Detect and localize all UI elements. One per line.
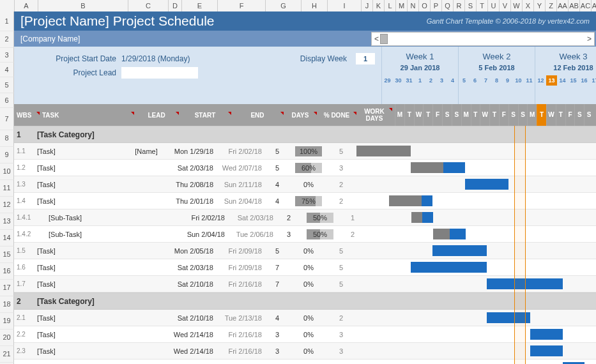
task-days[interactable]: 7 <box>263 280 291 288</box>
task-pct[interactable]: 0% <box>291 247 326 255</box>
task-name[interactable]: [Task] <box>37 314 126 322</box>
gantt-bar[interactable] <box>487 278 563 289</box>
task-days[interactable]: 5 <box>263 247 291 255</box>
task-start[interactable]: Sun 2/04/18 <box>178 231 226 238</box>
col-header[interactable]: H <box>302 0 328 11</box>
row-header[interactable]: 17 <box>0 280 14 296</box>
row-header[interactable]: 9 <box>0 147 14 163</box>
task-pct[interactable]: 0% <box>291 331 326 338</box>
task-name[interactable]: [Task] <box>37 164 126 172</box>
row-header[interactable]: 21 <box>0 346 14 363</box>
col-header[interactable]: N <box>408 0 419 11</box>
col-header[interactable]: AD <box>592 0 596 11</box>
task-row[interactable]: 2.1[Task]Sat 2/10/18Tue 2/13/1840%2 <box>14 310 596 326</box>
row-header[interactable]: 10 <box>0 163 14 180</box>
category-row[interactable]: 1[Task Category] <box>14 126 596 143</box>
scroll-left-icon[interactable]: < <box>374 34 379 43</box>
col-header[interactable]: W <box>511 0 523 11</box>
col-header[interactable]: A <box>15 0 38 11</box>
row-header[interactable]: 15 <box>0 246 14 263</box>
task-pct[interactable]: 0% <box>291 264 326 271</box>
start-date-value[interactable]: 1/29/2018 (Monday) <box>121 54 190 63</box>
col-header[interactable]: R <box>454 0 465 11</box>
task-days[interactable]: 4 <box>263 181 291 188</box>
gantt-bar[interactable] <box>411 212 433 223</box>
task-start[interactable]: Sat 2/03/18 <box>166 264 215 271</box>
task-days[interactable]: 4 <box>263 314 291 322</box>
col-header[interactable]: Y <box>534 0 546 11</box>
scroll-thumb[interactable] <box>380 34 388 44</box>
col-header[interactable]: F <box>218 0 266 11</box>
row-header[interactable]: 16 <box>0 263 14 280</box>
row-header[interactable]: 11 <box>0 180 14 197</box>
row-header[interactable]: 13 <box>0 213 14 230</box>
col-header[interactable]: U <box>488 0 500 11</box>
row-header[interactable]: 1 <box>0 11 14 31</box>
col-header[interactable]: X <box>523 0 534 11</box>
task-days[interactable]: 5 <box>263 164 291 172</box>
row-header[interactable]: 5 <box>0 77 14 93</box>
col-header[interactable]: K <box>373 0 385 11</box>
project-lead-input[interactable] <box>121 67 198 79</box>
task-row[interactable]: 1.5[Task]Mon 2/05/18Fri 2/09/1850%5 <box>14 243 596 259</box>
task-start[interactable]: Thu 2/01/18 <box>166 197 215 205</box>
row-header[interactable]: 18 <box>0 296 14 313</box>
task-row[interactable]: 1.6[Task]Sat 2/03/18Fri 2/09/1870%5 <box>14 259 596 276</box>
task-start[interactable]: Thu 2/08/18 <box>166 181 215 188</box>
task-pct[interactable]: 0% <box>291 347 326 355</box>
task-row[interactable]: 1.4[Task]Thu 2/01/18Sun 2/04/18475%2 <box>14 193 596 209</box>
col-header[interactable]: T <box>477 0 488 11</box>
task-name[interactable]: [Task] <box>37 280 126 288</box>
task-name[interactable]: [Sub-Task] <box>37 231 138 238</box>
col-header[interactable]: D <box>169 0 182 11</box>
task-name[interactable]: [Task] <box>37 331 126 338</box>
task-pct[interactable]: 50% <box>303 229 337 239</box>
task-row[interactable]: 2.2[Task]Wed 2/14/18Fri 2/16/1830%3 <box>14 326 596 343</box>
col-header[interactable]: C <box>128 0 169 11</box>
col-header[interactable]: O <box>419 0 431 11</box>
task-start[interactable]: Mon 2/05/18 <box>166 247 215 255</box>
task-row[interactable]: 2.4[Task]Sat 2/17/18Thu 2/22/1860%4 <box>14 360 596 364</box>
task-pct[interactable]: 0% <box>291 181 326 188</box>
task-row[interactable]: 2.3[Task]Wed 2/14/18Fri 2/16/1830%3 <box>14 343 596 360</box>
col-header[interactable]: Q <box>442 0 454 11</box>
task-lead[interactable]: [Name] <box>126 148 166 155</box>
gantt-bar[interactable] <box>530 345 563 356</box>
col-header[interactable]: M <box>396 0 408 11</box>
task-name[interactable]: [Task] <box>37 264 126 271</box>
category-row[interactable]: 2[Task Category] <box>14 292 596 310</box>
task-start[interactable]: Sat 2/10/18 <box>166 314 215 322</box>
row-header[interactable]: 14 <box>0 230 14 246</box>
gantt-bar[interactable] <box>389 195 432 206</box>
row-header[interactable]: 4 <box>0 63 14 77</box>
col-header[interactable]: AA <box>557 0 569 11</box>
col-header[interactable]: S <box>465 0 477 11</box>
gantt-bar[interactable] <box>530 329 563 340</box>
task-start[interactable]: Wed 2/14/18 <box>166 331 215 338</box>
gantt-bar[interactable] <box>487 312 530 323</box>
task-name[interactable]: [Task] <box>37 347 126 355</box>
col-header[interactable]: I <box>328 0 362 11</box>
gantt-bar[interactable] <box>356 146 411 156</box>
task-days[interactable]: 5 <box>263 148 291 155</box>
col-header[interactable]: Z <box>546 0 557 11</box>
task-pct[interactable]: 0% <box>291 280 326 288</box>
row-header[interactable]: 19 <box>0 313 14 330</box>
task-pct[interactable]: 75% <box>291 196 326 206</box>
col-header[interactable]: B <box>38 0 128 11</box>
col-header[interactable]: G <box>266 0 302 11</box>
row-header[interactable]: 20 <box>0 330 14 346</box>
gantt-bar[interactable] <box>411 262 487 273</box>
gantt-bar[interactable] <box>432 245 487 256</box>
row-header[interactable]: 12 <box>0 197 14 213</box>
task-start[interactable]: Fri 2/02/18 <box>178 214 226 222</box>
row-header[interactable]: 8 <box>0 130 14 147</box>
task-days[interactable]: 7 <box>263 264 291 271</box>
task-name[interactable]: [Sub-Task] <box>37 214 138 222</box>
week-scrollbar[interactable]: < > <box>371 32 595 46</box>
row-header[interactable]: 7 <box>0 108 14 130</box>
task-pct[interactable]: 100% <box>291 146 326 156</box>
task-start[interactable]: Mon 1/29/18 <box>166 148 215 155</box>
col-header[interactable]: AC <box>580 0 592 11</box>
col-header[interactable]: V <box>500 0 511 11</box>
